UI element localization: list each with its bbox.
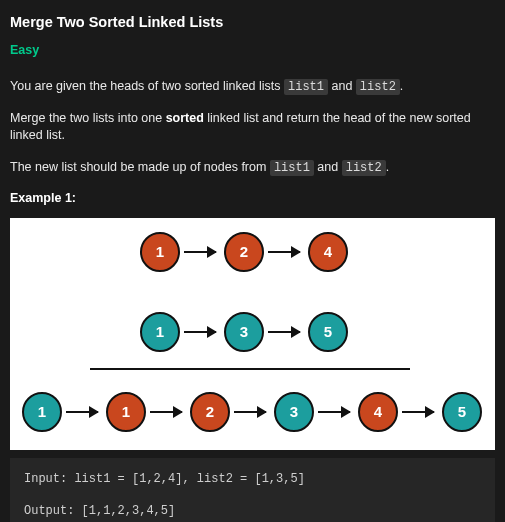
code-list1: list1 xyxy=(284,79,328,95)
code-output-line: Output: [1,1,2,3,4,5] xyxy=(24,502,481,520)
arrow-icon xyxy=(268,251,300,254)
bold-sorted: sorted xyxy=(166,111,204,125)
difficulty-badge: Easy xyxy=(10,42,495,60)
example-diagram: 1 2 4 1 3 5 1 1 2 3 4 5 xyxy=(10,218,495,450)
text: . xyxy=(400,79,403,93)
node-merged-3: 3 xyxy=(274,392,314,432)
node-list1-0: 1 xyxy=(140,232,180,272)
text: The new list should be made up of nodes … xyxy=(10,160,270,174)
text: and xyxy=(314,160,342,174)
arrow-icon xyxy=(66,411,98,414)
arrow-icon xyxy=(184,251,216,254)
arrow-icon xyxy=(234,411,266,414)
divider-line xyxy=(90,368,410,370)
arrow-icon xyxy=(150,411,182,414)
text: Merge the two lists into one xyxy=(10,111,166,125)
node-merged-2: 2 xyxy=(190,392,230,432)
description-paragraph-2: Merge the two lists into one sorted link… xyxy=(10,110,495,145)
code-list2: list2 xyxy=(342,160,386,176)
node-merged-0: 1 xyxy=(22,392,62,432)
example-code-block: Input: list1 = [1,2,4], list2 = [1,3,5] … xyxy=(10,458,495,522)
arrow-icon xyxy=(402,411,434,414)
node-list1-2: 4 xyxy=(308,232,348,272)
node-list2-0: 1 xyxy=(140,312,180,352)
node-list2-2: 5 xyxy=(308,312,348,352)
problem-title: Merge Two Sorted Linked Lists xyxy=(10,12,495,32)
description-paragraph-3: The new list should be made up of nodes … xyxy=(10,159,495,177)
code-input-line: Input: list1 = [1,2,4], list2 = [1,3,5] xyxy=(24,470,481,488)
description-paragraph-1: You are given the heads of two sorted li… xyxy=(10,78,495,96)
text: and xyxy=(328,79,356,93)
text: You are given the heads of two sorted li… xyxy=(10,79,284,93)
node-list1-1: 2 xyxy=(224,232,264,272)
node-merged-1: 1 xyxy=(106,392,146,432)
node-list2-1: 3 xyxy=(224,312,264,352)
arrow-icon xyxy=(184,331,216,334)
arrow-icon xyxy=(318,411,350,414)
code-list1: list1 xyxy=(270,160,314,176)
code-list2: list2 xyxy=(356,79,400,95)
example-label: Example 1: xyxy=(10,190,495,208)
arrow-icon xyxy=(268,331,300,334)
node-merged-5: 5 xyxy=(442,392,482,432)
node-merged-4: 4 xyxy=(358,392,398,432)
text: . xyxy=(386,160,389,174)
